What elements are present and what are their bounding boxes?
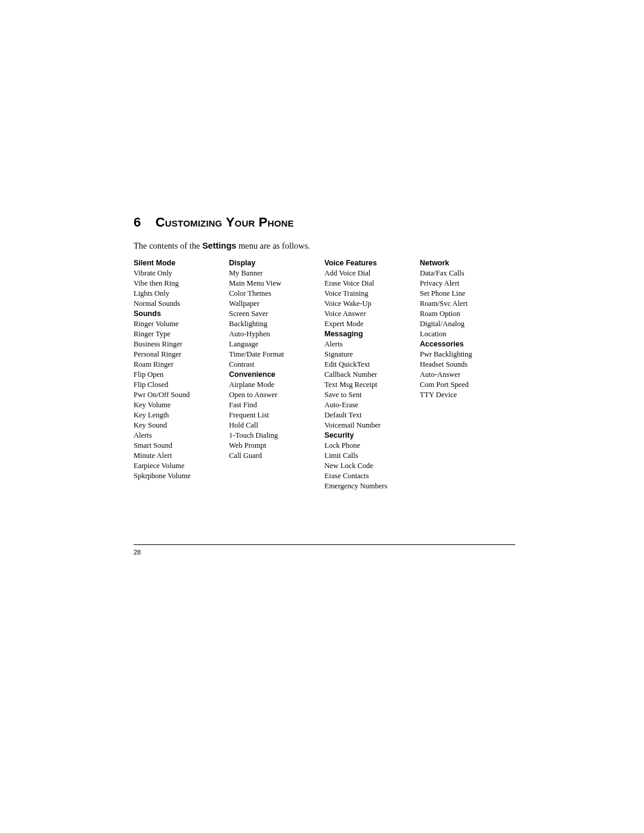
column: DisplayMy BannerMain Menu ViewColor Them… [229,258,324,491]
section-header: Network [420,258,515,268]
list-item: Erase Contacts [324,471,420,481]
list-item: Alerts [134,431,229,441]
list-item: Open to Answer [229,390,324,400]
list-item: Spkrphone Volume [134,471,229,481]
list-item: Set Phone Line [420,289,515,299]
section-header: Accessories [420,339,515,349]
column: Silent ModeVibrate OnlyVibe then RingLig… [134,258,229,491]
page-content: 6 Customizing Your Phone The contents of… [134,215,515,491]
list-item: Alerts [324,339,420,349]
list-item: Roam Ringer [134,360,229,370]
list-item: Pwr Backlighting [420,349,515,360]
list-item: Key Sound [134,420,229,431]
list-item: Save to Sent [324,390,420,400]
chapter-title: Customizing Your Phone [156,215,294,230]
list-item: Smart Sound [134,441,229,451]
list-item: Time/Date Format [229,349,324,360]
list-item: Text Msg Receipt [324,380,420,390]
intro-suffix: menu are as follows. [236,241,310,250]
section-header: Voice Features [324,258,420,268]
list-item: Fast Find [229,400,324,410]
list-item: TTY Device [420,390,515,400]
section-header: Silent Mode [134,258,229,268]
list-item: Limit Calls [324,451,420,461]
list-item: Signature [324,349,420,360]
list-item: Vibe then Ring [134,278,229,289]
list-item: Privacy Alert [420,278,515,289]
list-item: Business Ringer [134,339,229,349]
page-number: 28 [134,549,141,556]
list-item: Auto-Hyphen [229,329,324,339]
list-item: Frequent List [229,410,324,420]
list-item: Normal Sounds [134,299,229,309]
list-item: Flip Open [134,370,229,380]
footer-rule [134,544,515,545]
list-item: Com Port Speed [420,380,515,390]
list-item: 1-Touch Dialing [229,431,324,441]
list-item: Roam/Svc Alert [420,299,515,309]
section-header: Display [229,258,324,268]
section-header: Sounds [134,309,229,319]
list-item: Voice Answer [324,309,420,319]
list-item: Erase Voice Dial [324,278,420,289]
list-item: Lights Only [134,289,229,299]
list-item: My Banner [229,268,324,278]
settings-columns: Silent ModeVibrate OnlyVibe then RingLig… [134,258,515,491]
section-header: Security [324,431,420,441]
list-item: Main Menu View [229,278,324,289]
list-item: Data/Fax Calls [420,268,515,278]
list-item: Lock Phone [324,441,420,451]
list-item: Flip Closed [134,380,229,390]
list-item: Vibrate Only [134,268,229,278]
list-item: Auto-Erase [324,400,420,410]
list-item: Headset Sounds [420,360,515,370]
list-item: Earpiece Volume [134,461,229,471]
chapter-number: 6 [134,215,141,230]
list-item: Hold Call [229,420,324,431]
intro-bold: Settings [202,241,236,250]
list-item: Personal Ringer [134,349,229,360]
chapter-heading: 6 Customizing Your Phone [134,215,515,230]
intro-prefix: The contents of the [134,241,202,250]
list-item: Screen Saver [229,309,324,319]
list-item: Key Length [134,410,229,420]
list-item: Voice Wake-Up [324,299,420,309]
list-item: Callback Number [324,370,420,380]
list-item: Call Guard [229,451,324,461]
list-item: Pwr On/Off Sound [134,390,229,400]
list-item: Web Prompt [229,441,324,451]
list-item: Backlighting [229,319,324,329]
list-item: Roam Option [420,309,515,319]
list-item: Emergency Numbers [324,481,420,491]
list-item: Ringer Type [134,329,229,339]
list-item: Voice Training [324,289,420,299]
list-item: Contrast [229,360,324,370]
column: NetworkData/Fax CallsPrivacy AlertSet Ph… [420,258,515,491]
list-item: Location [420,329,515,339]
section-header: Messaging [324,329,420,339]
list-item: Default Text [324,410,420,420]
column: Voice FeaturesAdd Voice DialErase Voice … [324,258,420,491]
list-item: Voicemail Number [324,420,420,431]
list-item: Expert Mode [324,319,420,329]
list-item: Wallpaper [229,299,324,309]
list-item: Airplane Mode [229,380,324,390]
list-item: Key Volume [134,400,229,410]
list-item: New Lock Code [324,461,420,471]
list-item: Auto-Answer [420,370,515,380]
list-item: Minute Alert [134,451,229,461]
intro-text: The contents of the Settings menu are as… [134,241,515,251]
list-item: Digital/Analog [420,319,515,329]
list-item: Color Themes [229,289,324,299]
list-item: Ringer Volume [134,319,229,329]
list-item: Add Voice Dial [324,268,420,278]
list-item: Edit QuickText [324,360,420,370]
list-item: Language [229,339,324,349]
section-header: Convenience [229,370,324,380]
